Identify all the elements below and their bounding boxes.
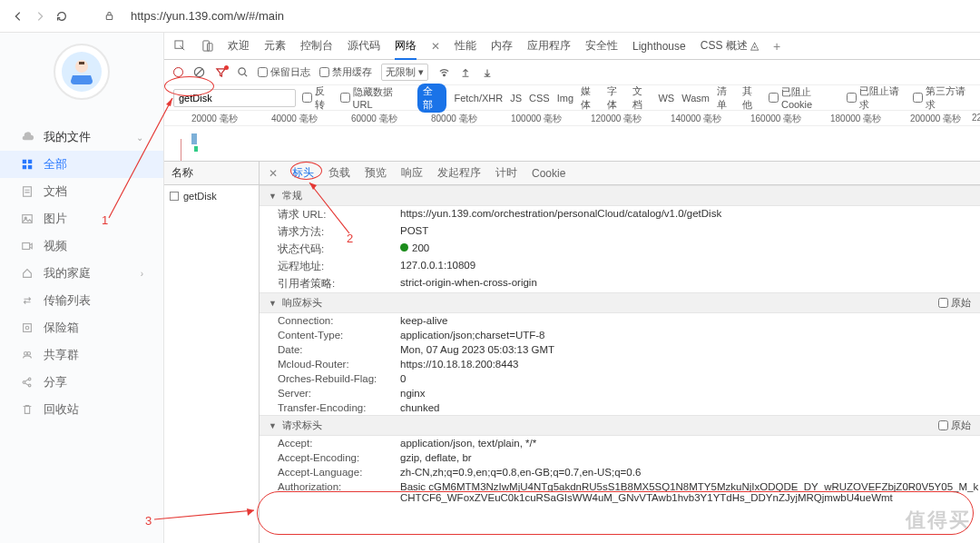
sidebar-item-safe[interactable]: 保险箱	[0, 314, 163, 341]
tab-memory[interactable]: 内存	[491, 38, 513, 54]
kv-row: Orches-Rebuild-Flag:0	[260, 371, 980, 386]
sidebar-item-label: 回收站	[44, 401, 79, 418]
svg-rect-7	[24, 187, 32, 197]
tab-lighthouse[interactable]: Lighthouse	[632, 40, 686, 53]
svg-rect-4	[28, 160, 32, 163]
close-tab-icon[interactable]: ✕	[431, 40, 440, 53]
svg-rect-3	[23, 160, 26, 163]
svg-rect-5	[23, 165, 26, 169]
network-timeline[interactable]: 20000 毫秒 40000 毫秒 60000 毫秒 80000 毫秒 1000…	[164, 111, 980, 162]
svg-rect-0	[106, 15, 113, 20]
tab-sources[interactable]: 源代码	[348, 38, 380, 54]
detail-tabs: ✕ 标头 负载 预览 响应 发起程序 计时 Cookie	[260, 162, 980, 185]
cloud-icon	[20, 130, 34, 144]
lock-icon[interactable]	[102, 9, 116, 24]
record-icon[interactable]	[173, 67, 183, 77]
type-other[interactable]: 其他	[742, 84, 760, 112]
name-column-header[interactable]: 名称	[164, 162, 259, 185]
close-detail-icon[interactable]: ✕	[269, 167, 278, 180]
sidebar-item-trash[interactable]: 回收站	[0, 396, 163, 423]
type-ws[interactable]: WS	[658, 93, 674, 104]
detail-tab-cookies[interactable]: Cookie	[532, 167, 565, 180]
sidebar-item-docs[interactable]: 文档	[0, 178, 163, 205]
preserve-log-checkbox[interactable]: 保留日志	[258, 65, 310, 79]
tab-css-overview[interactable]: CSS 概述 ◬	[701, 38, 759, 54]
annotation-num-1: 1	[102, 213, 108, 227]
type-css[interactable]: CSS	[529, 93, 550, 104]
add-tab-icon[interactable]: +	[773, 39, 780, 54]
raw-checkbox[interactable]: 原始	[938, 419, 971, 432]
detail-tab-payload[interactable]: 负载	[328, 165, 350, 181]
url-input[interactable]	[123, 5, 969, 26]
tab-elements[interactable]: 元素	[264, 38, 286, 54]
sidebar-item-label: 共享群	[44, 347, 79, 363]
type-fetch[interactable]: Fetch/XHR	[454, 93, 503, 104]
sidebar-item-label: 保险箱	[44, 320, 79, 336]
back-icon[interactable]	[11, 9, 25, 24]
download-icon[interactable]	[481, 66, 494, 79]
tab-security[interactable]: 安全性	[585, 38, 618, 54]
filter-input[interactable]	[173, 89, 296, 107]
detail-tab-preview[interactable]: 预览	[365, 165, 387, 181]
type-media[interactable]: 媒体	[581, 84, 599, 112]
avatar[interactable]	[54, 44, 110, 100]
hide-data-url-checkbox[interactable]: 隐藏数据 URL	[340, 85, 410, 110]
cloud-sidebar: 我的文件⌄ 全部 文档 图片 视频 我的家庭› 传输列表 保险箱 共享群 分享 …	[0, 33, 163, 543]
sidebar-item-myfiles[interactable]: 我的文件⌄	[0, 123, 163, 151]
raw-checkbox[interactable]: 原始	[938, 296, 971, 310]
refresh-icon[interactable]	[54, 9, 69, 24]
type-all[interactable]: 全部	[417, 84, 446, 113]
svg-point-23	[443, 74, 445, 76]
blocked-cookies-checkbox[interactable]: 已阻止 Cookie	[769, 85, 840, 110]
third-party-checkbox[interactable]: 第三方请求	[913, 84, 971, 112]
device-icon[interactable]	[201, 40, 213, 53]
sidebar-item-label: 文档	[44, 183, 67, 200]
image-icon	[20, 212, 34, 226]
type-img[interactable]: Img	[557, 93, 573, 104]
type-doc[interactable]: 文档	[632, 84, 651, 112]
clear-icon[interactable]	[192, 66, 205, 79]
throttle-dropdown[interactable]: 无限制 ▾	[381, 64, 428, 81]
detail-tab-response[interactable]: 响应	[401, 165, 423, 181]
sidebar-item-all[interactable]: 全部	[0, 151, 163, 178]
request-headers-section[interactable]: ▼请求标头原始	[260, 415, 980, 436]
tab-application[interactable]: 应用程序	[527, 38, 571, 54]
sidebar-item-share[interactable]: 分享	[0, 369, 163, 396]
sidebar-item-videos[interactable]: 视频	[0, 232, 163, 260]
request-row[interactable]: getDisk	[164, 185, 259, 207]
sidebar-item-images[interactable]: 图片	[0, 205, 163, 232]
detail-tab-initiator[interactable]: 发起程序	[437, 165, 481, 181]
inspect-icon[interactable]	[173, 40, 186, 53]
tab-console[interactable]: 控制台	[300, 38, 333, 54]
type-manifest[interactable]: 清单	[717, 84, 735, 112]
share-icon	[20, 375, 34, 390]
detail-tab-timing[interactable]: 计时	[495, 165, 517, 181]
type-js[interactable]: JS	[510, 93, 522, 104]
blocked-req-checkbox[interactable]: 已阻止请求	[847, 84, 905, 112]
group-icon	[20, 348, 34, 362]
type-wasm[interactable]: Wasm	[681, 93, 710, 104]
filter-icon[interactable]	[214, 66, 227, 79]
tab-welcome[interactable]: 欢迎	[228, 38, 250, 54]
general-section-header[interactable]: ▼常规	[260, 185, 980, 206]
search-icon[interactable]	[236, 66, 249, 79]
request-detail: ✕ 标头 负载 预览 响应 发起程序 计时 Cookie ▼常规 请求 URL:…	[260, 162, 980, 543]
tab-performance[interactable]: 性能	[455, 38, 476, 54]
sidebar-item-label: 全部	[44, 156, 67, 173]
kv-row: 引用者策略:strict-origin-when-cross-origin	[260, 275, 980, 292]
upload-icon[interactable]	[459, 66, 472, 79]
detail-tab-headers[interactable]: 标头	[292, 165, 314, 181]
response-headers-section[interactable]: ▼响应标头原始	[260, 292, 980, 313]
tab-network[interactable]: 网络	[395, 38, 416, 54]
forward-icon[interactable]	[33, 9, 47, 24]
type-font[interactable]: 字体	[607, 84, 625, 112]
sidebar-item-transfer[interactable]: 传输列表	[0, 287, 163, 314]
kv-row: Mcloud-Router:https://10.18.18.200:8443	[260, 357, 980, 371]
wifi-icon[interactable]	[437, 66, 450, 79]
sidebar-item-family[interactable]: 我的家庭›	[0, 260, 163, 287]
disable-cache-checkbox[interactable]: 禁用缓存	[319, 65, 372, 79]
sidebar-item-sharegroup[interactable]: 共享群	[0, 341, 163, 369]
svg-rect-20	[207, 44, 212, 51]
invert-checkbox[interactable]: 反转	[302, 84, 333, 112]
svg-rect-8	[23, 215, 33, 223]
